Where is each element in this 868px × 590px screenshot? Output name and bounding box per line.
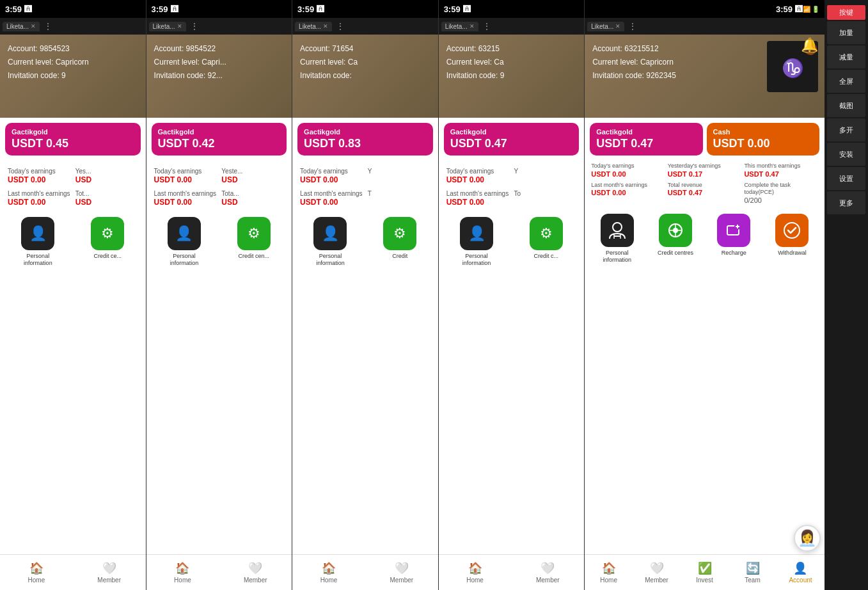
credit-label-1: Credit ce... [93,253,122,260]
nav-home-1[interactable]: 🏠 Home [0,555,73,590]
bottom-nav-2: 🏠 Home 🤍 Member [146,554,292,590]
tab-2[interactable]: Liketa... ✕ [149,22,186,31]
member-label-4: Member [536,577,560,584]
credit-icon-box-3[interactable]: ⚙ [383,217,416,250]
notification-bell[interactable]: 🔔 [801,37,818,54]
tab-menu-3[interactable]: ⋮ [336,21,345,31]
personal-icon-box-5[interactable] [601,214,634,247]
sidebar-btn-4[interactable]: 截图 [827,94,865,117]
tab-1[interactable]: Liketa... ✕ [3,22,40,31]
recharge-icon-box-5[interactable] [717,214,750,247]
member-label-1: Member [97,577,121,584]
nav-team-5[interactable]: 🔄 Team [729,555,777,590]
nav-home-4[interactable]: 🏠 Home [439,555,512,590]
sidebar-btn-1[interactable]: 加量 [827,21,865,44]
complete-label-5: Complete the task today(PCE) [744,182,818,196]
balance-card-2: Gactikgold USDT 0.42 [152,123,287,155]
tab-close-4[interactable]: ✕ [470,23,475,29]
icon-credit-2[interactable]: ⚙ Credit cen... [221,217,287,267]
icon-credit-4[interactable]: ⚙ Credit c... [513,217,579,267]
bell-icon: 🔔 [801,37,818,53]
svg-point-11 [673,228,678,233]
nav-member-4[interactable]: 🤍 Member [511,555,584,590]
nav-home-3[interactable]: 🏠 Home [292,555,365,590]
credit-icon-box-5[interactable] [659,214,692,247]
wifi-icon-5: 📶 [803,6,810,13]
icon-personal-3[interactable]: 👤 Personalinformation [297,217,363,267]
yesterday-label-3: Y [368,167,430,175]
personal-icon-box-3[interactable]: 👤 [313,217,347,250]
todays-cell-5: Today's earnings USDT 0.00 [590,161,667,180]
personal-icon-box-2[interactable]: 👤 [168,217,201,250]
nav-account-5[interactable]: 👤 Account [777,555,825,590]
tab-close-1[interactable]: ✕ [31,23,36,29]
home-icon-1: 🏠 [29,561,43,575]
tab-3[interactable]: Liketa... ✕ [295,22,332,31]
icon-personal-2[interactable]: 👤 Personalinformation [152,217,217,267]
credit-icon-box-2[interactable]: ⚙ [237,217,271,250]
balance-card-orange-5: Cash USDT 0.00 [707,123,819,155]
icon-credit-5[interactable]: Credit centres [648,214,702,264]
tab-menu-2[interactable]: ⋮ [190,21,199,31]
bottom-nav-3: 🏠 Home 🤍 Member [292,554,438,590]
balance-card-pink-5: Gactikgold USDT 0.47 [590,123,702,155]
tab-label-2: Liketa... [153,23,175,30]
status-bar-2: 3:59 🅰 [146,0,292,18]
nav-member-3[interactable]: 🤍 Member [365,555,438,590]
balance-amount-1: USDT 0.45 [12,137,134,150]
tab-close-5[interactable]: ✕ [615,23,620,29]
credit-icon-box-4[interactable]: ⚙ [530,217,563,250]
panel-content-5: Account: 63215512 Current level: Caprico… [585,35,825,554]
person-icon-3: 👤 [322,225,339,242]
lastmonth-label-2: Last month's earnings [154,189,217,198]
invitation-1: Invitation code: 9 [8,70,138,81]
nav-member-5[interactable]: 🤍 Member [633,555,681,590]
yesterday-label-5: Yesterday's earnings [668,163,742,170]
sidebar-btn-8[interactable]: 更多 [827,191,865,214]
yesterday-label-4: Y [514,167,576,175]
todays-label-2: Today's earnings [154,167,217,175]
sidebar-btn-7[interactable]: 设置 [827,167,865,190]
icon-personal-1[interactable]: 👤 Personalinformation [5,217,71,267]
credit-icon-box-1[interactable]: ⚙ [91,217,124,250]
todays-cell-3: Today's earnings USDT 0.00 [297,164,365,187]
yesterday-cell-2: Yeste... USD [219,164,287,187]
nav-invest-5[interactable]: ✅ Invest [681,555,729,590]
icon-credit-1[interactable]: ⚙ Credit ce... [75,217,141,267]
phone-panel-5: 3:59 🅰 📶 🔋 Liketa... ✕ ⋮ 🔔 Account: 6321… [585,0,825,590]
sidebar-btn-5[interactable]: 多开 [827,118,865,141]
nav-home-5[interactable]: 🏠 Home [585,555,633,590]
credit-icon-1: ⚙ [101,225,114,242]
nav-member-2[interactable]: 🤍 Member [219,555,292,590]
icon-withdrawal-5[interactable]: Withdrawal [765,214,819,264]
credit-icon-4: ⚙ [540,225,553,242]
sidebar-btn-0[interactable]: 按键 [827,5,865,20]
icon-recharge-5[interactable]: Recharge [707,214,761,264]
tab-menu-1[interactable]: ⋮ [43,21,52,31]
icon-personal-5[interactable]: Personalinformation [590,214,644,264]
tab-5[interactable]: Liketa... ✕ [587,22,624,31]
tab-close-2[interactable]: ✕ [177,23,182,29]
thismonth-value-5: USDT 0.47 [744,170,818,178]
withdrawal-label-5: Withdrawal [778,250,807,257]
yesterday-cell-5: Yesterday's earnings USDT 0.17 [667,161,743,180]
tab-close-3[interactable]: ✕ [323,23,328,29]
withdrawal-icon-box-5[interactable] [775,214,809,247]
sidebar-btn-6[interactable]: 安装 [827,143,865,166]
yesterday-value-2: USD [221,175,284,184]
personal-icon-box-4[interactable]: 👤 [460,217,493,250]
svg-text:♑: ♑ [781,58,803,79]
sidebar-btn-2[interactable]: 减量 [827,45,865,68]
customer-service-button-5[interactable]: 👩‍💼 [794,525,821,552]
account-card-1: Account: 9854523 Current level: Capricor… [0,35,146,118]
tab-menu-4[interactable]: ⋮ [482,21,491,31]
nav-member-1[interactable]: 🤍 Member [73,555,146,590]
nav-home-2[interactable]: 🏠 Home [146,555,219,590]
earnings-grid-5: Today's earnings USDT 0.00 Yesterday's e… [585,161,825,210]
icon-personal-4[interactable]: 👤 Personalinformation [444,217,510,267]
icon-credit-3[interactable]: ⚙ Credit [367,217,433,267]
sidebar-btn-3[interactable]: 全屏 [827,70,865,93]
tab-4[interactable]: Liketa... ✕ [441,22,478,31]
personal-icon-box-1[interactable]: 👤 [21,217,54,250]
tab-menu-5[interactable]: ⋮ [628,21,637,31]
